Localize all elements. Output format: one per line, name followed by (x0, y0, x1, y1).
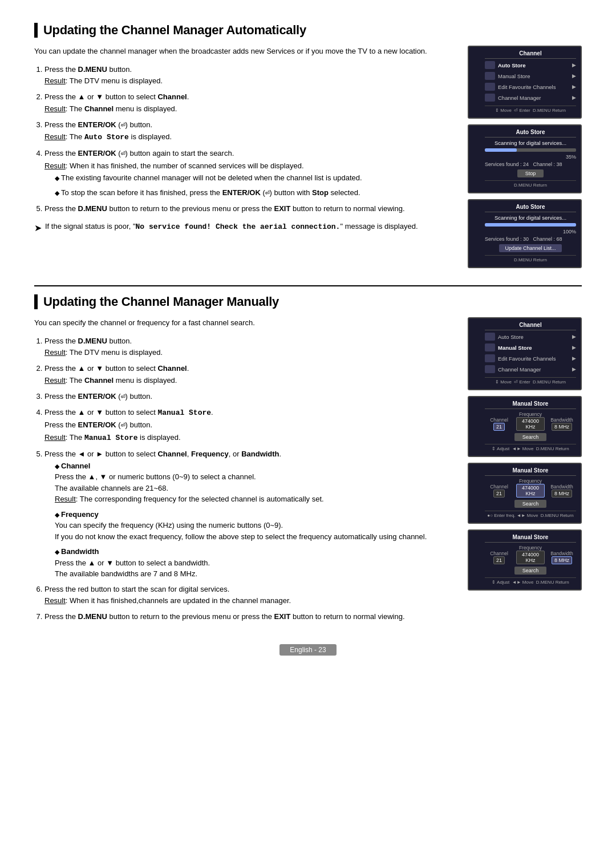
tv-auto-3-scan: Scanning for digital services... (485, 215, 576, 221)
tv-auto-1-item3: Edit Favourite Channels (498, 84, 572, 90)
tv-icon (485, 94, 495, 102)
tv-auto-3-pct: 100% (485, 229, 576, 234)
tv-field-freq3: 474000 KHz (516, 484, 545, 498)
tv-col-bw4: Bandwidth 8 MHz (548, 551, 576, 564)
tv-auto-3-update: Update Channel List... (499, 244, 561, 252)
tv-icon (485, 333, 495, 341)
tv-auto-2-pct: 35% (485, 154, 576, 160)
page-footer: English - 23 (34, 644, 582, 656)
tv-auto-1-item4: Channel Manager (498, 95, 572, 101)
step-manual-7: Press the D.MENU button to return to the… (44, 611, 457, 623)
tv-screen-manual-3: Manual Store Channel 21 Frequency 474000… (468, 463, 582, 524)
tv-auto-1-row2: Manual Store ▶ (485, 72, 576, 80)
tv-auto-1-row4: Channel Manager ▶ (485, 94, 576, 102)
step-manual-2: Press the ▲ or ▼ button to select Channe… (44, 363, 457, 387)
tv-icon (485, 354, 495, 362)
tv-manual-1-footer: ⇕ Move ⏎ Enter D.MENU Return (485, 377, 576, 385)
tv-manual-4-search: Search (514, 567, 547, 575)
step-auto-5: Press the D.MENU button to return to the… (44, 203, 457, 215)
section-auto: Updating the Channel Manager Automatical… (34, 23, 582, 268)
tv-auto-2-info: Services found : 24 Channel : 38 (485, 161, 576, 167)
tv-field-bw4: 8 MHz (552, 556, 572, 564)
bullet-channel: Channel Press the ▲, ▼ or numeric button… (55, 460, 457, 505)
section-auto-title: Updating the Channel Manager Automatical… (34, 23, 582, 38)
tv-auto-1-title: Channel (485, 50, 576, 59)
tv-manual-3-title: Manual Store (485, 467, 576, 476)
tv-icon (485, 365, 495, 373)
tv-manual-1-item3: Edit Favourite Channels (498, 355, 572, 362)
section-auto-steps: Press the D.MENU button. Result: The DTV… (44, 64, 457, 215)
tv-auto-1-row3: Edit Favourite Channels ▶ (485, 83, 576, 91)
step-auto-1: Press the D.MENU button. Result: The DTV… (44, 64, 457, 88)
bullet-bandwidth: Bandwidth Press the ▲ or ▼ button to sel… (55, 546, 457, 580)
tv-screen-manual-1: Channel Auto Store ▶ Manual Store ▶ E (468, 317, 582, 390)
tv-col-freq4: Frequency 474000 KHz (516, 545, 545, 564)
tv-auto-1-item1: Auto Store (498, 62, 572, 68)
tv-screen-auto-3: Auto Store Scanning for digital services… (468, 199, 582, 268)
tv-auto-3-progress-bar (485, 223, 576, 227)
page-number-badge: English - 23 (279, 644, 336, 656)
section-manual-content: You can specify the channel or frequency… (34, 317, 457, 627)
tv-screen-auto-2: Auto Store Scanning for digital services… (468, 124, 582, 193)
bullet-auto-2: To stop the scan before it has finished,… (55, 187, 457, 199)
tv-field-freq4: 474000 KHz (516, 551, 545, 564)
tv-col-freq3: Frequency 474000 KHz (516, 478, 545, 498)
tv-field-channel4: 21 (493, 556, 505, 564)
note-auto: ➤ If the signal status is poor, "No serv… (34, 221, 457, 235)
tv-auto-2-footer: D.MENU Return (485, 180, 576, 188)
tv-manual-1-item2: Manual Store (498, 345, 572, 351)
tv-screens-manual: Channel Auto Store ▶ Manual Store ▶ E (468, 317, 582, 627)
section-auto-intro: You can update the channel manager when … (34, 46, 457, 57)
tv-auto-2-progress-fill (485, 148, 517, 152)
tv-col-bw3: Bandwidth 8 MHz (548, 484, 576, 498)
section-manual-intro: You can specify the channel or frequency… (34, 317, 457, 329)
step-manual-5-bullets: Channel Press the ▲, ▼ or numeric button… (55, 460, 457, 580)
tv-icon (485, 61, 495, 69)
tv-screen-manual-4: Manual Store Channel 21 Frequency 474000… (468, 529, 582, 591)
tv-manual-2-cols: Channel 21 Frequency 474000 KHz Bandwidt… (485, 411, 576, 431)
tv-manual-1-row1: Auto Store ▶ (485, 333, 576, 341)
tv-manual-1-item1: Auto Store (498, 334, 572, 340)
section-manual-title: Updating the Channel Manager Manually (34, 294, 582, 309)
tv-auto-2-title: Auto Store (485, 129, 576, 138)
tv-manual-4-title: Manual Store (485, 534, 576, 543)
step-manual-1: Press the D.MENU button. Result: The DTV… (44, 335, 457, 359)
tv-field-freq: 474000 KHz (516, 417, 545, 431)
note-auto-text: If the signal status is poor, "No servic… (45, 221, 418, 233)
tv-screens-auto: Channel Auto Store ▶ Manual Store ▶ E (468, 46, 582, 268)
tv-manual-2-search: Search (514, 433, 547, 441)
tv-icon (485, 72, 495, 80)
tv-col-channel: Channel 21 (485, 417, 513, 431)
step-manual-5: Press the ◄ or ► button to select Channe… (44, 448, 457, 580)
tv-screen-manual-2: Manual Store Channel 21 Frequency 474000… (468, 396, 582, 457)
tv-auto-2-stop: Stop (517, 169, 544, 177)
tv-manual-3-cols: Channel 21 Frequency 474000 KHz Bandwidt… (485, 478, 576, 498)
tv-screen-auto-1: Channel Auto Store ▶ Manual Store ▶ E (468, 46, 582, 119)
step-manual-3: Press the ENTER/OK (⏎) button. (44, 391, 457, 403)
tv-col-freq: Frequency 474000 KHz (516, 411, 545, 431)
tv-auto-2-progress-bar (485, 148, 576, 152)
bullet-frequency: Frequency You can specify the frequency … (55, 509, 457, 543)
step-auto-4-bullets: The existing favourite channel manager w… (55, 172, 457, 199)
tv-field-bw3: 8 MHz (552, 490, 572, 498)
tv-icon (485, 83, 495, 91)
tv-auto-3-progress-fill (485, 223, 576, 227)
tv-manual-1-title: Channel (485, 322, 576, 330)
tv-auto-2-scan: Scanning for digital services... (485, 140, 576, 146)
tv-manual-2-title: Manual Store (485, 401, 576, 409)
step-auto-2: Press the ▲ or ▼ button to select Channe… (44, 91, 457, 115)
section-manual: Updating the Channel Manager Manually Yo… (34, 285, 582, 627)
step-auto-4: Press the ENTER/OK (⏎) button again to s… (44, 148, 457, 199)
step-manual-6: Press the red button to start the scan f… (44, 584, 457, 608)
tv-auto-1-footer: ⇕ Move ⏎ Enter D.MENU Return (485, 106, 576, 113)
tv-auto-1-row1: Auto Store ▶ (485, 61, 576, 69)
tv-manual-1-row2: Manual Store ▶ (485, 343, 576, 351)
tv-manual-2-footer: ⇕ Adjust ◄► Move D.MENU Return (485, 444, 576, 451)
tv-icon (485, 343, 495, 351)
tv-manual-3-footer: ●○ Enter freq. ◄► Move D.MENU Return (485, 511, 576, 518)
tv-field-channel3: 21 (493, 490, 505, 498)
tv-manual-1-row4: Channel Manager ▶ (485, 365, 576, 373)
tv-col-bw: Bandwidth 8 MHz (548, 417, 576, 431)
tv-manual-1-row3: Edit Favourite Channels ▶ (485, 354, 576, 362)
step-manual-4: Press the ▲ or ▼ button to select Manual… (44, 407, 457, 444)
